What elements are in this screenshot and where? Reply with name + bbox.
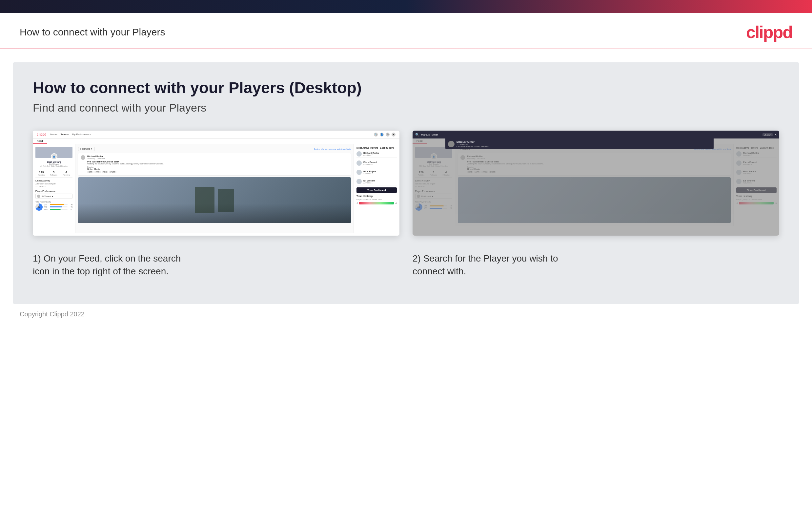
nav-my-performance: My Performance: [72, 133, 92, 136]
latest-activity-date: 27 Jul 2022: [36, 185, 73, 187]
player-avatar-hiral: [356, 170, 362, 175]
feed-tab-label: Feed: [33, 138, 47, 144]
stat-activities-label: Activities: [38, 174, 45, 176]
search-close-btn[interactable]: ×: [775, 133, 776, 136]
avatar-icon[interactable]: ●: [392, 133, 395, 136]
search-result-item[interactable]: Marcus Turner 1-5 Handicap Cypress Point…: [448, 140, 711, 147]
player-acts-richard: Activities: 7: [363, 154, 379, 156]
q-bar-app: APP 70: [44, 206, 73, 208]
quality-score-row: 84 OTT 79: [36, 204, 73, 211]
stat-following: 4 Following: [63, 171, 69, 176]
player-row-eli: Eli Vincent Activities: 1: [356, 178, 397, 185]
player-avatar-piers: [356, 161, 362, 166]
activity-detail-row: Duration 02 hr : 00 min: [87, 166, 348, 170]
player-avatar-richard: [356, 151, 362, 157]
right-panel: Most Active Players - Last 30 days Richa…: [353, 144, 399, 233]
tag-ott: OTT: [87, 171, 93, 173]
caption-2: 2) Search for the Player you wish toconn…: [413, 252, 779, 278]
player-performance-label: Player Performance: [36, 190, 73, 192]
player-avatar-eli: [356, 179, 362, 184]
q-bar-arg-num: 61: [68, 208, 73, 210]
player-name-piers: Piers Parnell: [363, 161, 377, 163]
settings-icon[interactable]: ⚙: [386, 133, 390, 136]
stat-activities: 129 Activities: [38, 171, 45, 176]
following-row: Following ▾ Control who can see your act…: [78, 147, 351, 151]
tag-putt: PUTT: [109, 171, 116, 173]
quality-label: Total Player Quality: [36, 201, 73, 203]
caption-row: 1) On your Feed, click on the searchicon…: [33, 252, 779, 278]
q-bar-ott: OTT 79: [44, 204, 73, 206]
active-players-title: Most Active Players - Last 30 days: [356, 147, 397, 149]
logo: clippd: [746, 22, 792, 42]
screenshot-2: clippd Home Teams My Performance 🔍 👤 ⚙ ●: [413, 131, 779, 236]
main-content: How to connect with your Players (Deskto…: [13, 62, 799, 304]
activity-content: Richard Butler Yesterday · The Grove Pre…: [87, 155, 348, 173]
heatmap-title: Team Heatmap: [356, 195, 397, 197]
stat-followers-label: Followers: [50, 174, 57, 176]
duration-section: Duration 02 hr : 00 min: [87, 166, 100, 170]
player-select-name: Eli Vincent: [42, 195, 51, 197]
copyright-text: Copyright Clippd 2022: [20, 310, 85, 318]
q-bar-arg-track: [50, 209, 67, 210]
team-dashboard-btn[interactable]: Team Dashboard: [356, 187, 397, 193]
caption-text-2: 2) Search for the Player you wish toconn…: [413, 252, 779, 278]
stat-followers-num: 3: [50, 171, 57, 174]
search-bar: 🔍 Marcus Turner CLEAR ×: [413, 131, 779, 138]
search-result-info: Marcus Turner 1-5 Handicap Cypress Point…: [457, 140, 488, 147]
player-row-piers: Piers Parnell Activities: 4: [356, 160, 397, 167]
footer: Copyright Clippd 2022: [0, 304, 812, 325]
player-row-hiral: Hiral Pujara Activities: 3: [356, 169, 397, 176]
control-link[interactable]: Control who can see your activity and da…: [314, 148, 351, 150]
duration-value: 02 hr : 00 min: [87, 168, 100, 170]
profile-club: Mill Ride Golf Club, United Kingdom: [36, 165, 73, 167]
search-input-display[interactable]: Marcus Turner: [421, 133, 761, 136]
search-clear-btn[interactable]: CLEAR: [762, 133, 773, 136]
player-name-eli: Eli Vincent: [363, 179, 375, 182]
tag-row: OTT APP ARG PUTT: [87, 171, 348, 173]
nav-teams: Teams: [61, 133, 69, 136]
app-nav-1: clippd Home Teams My Performance 🔍 👤 ⚙ ●: [33, 131, 399, 138]
q-bar-app-label: APP: [44, 206, 49, 208]
activity-meta: Yesterday · The Grove: [87, 158, 348, 160]
latest-activity-value: Afternoon round of golf: [36, 183, 73, 185]
search-icon[interactable]: 🔍: [374, 133, 378, 136]
app-nav-icons: 🔍 👤 ⚙ ●: [374, 133, 395, 136]
q-bar-arg-label: ARG: [44, 208, 49, 210]
activity-card: Richard Butler Yesterday · The Grove Pre…: [78, 153, 351, 175]
search-dropdown: Marcus Turner 1-5 Handicap Cypress Point…: [445, 138, 714, 149]
player-acts-piers: Activities: 4: [363, 163, 377, 165]
heatmap-bar-row: -5 +5: [356, 202, 397, 205]
caption-1: 1) On your Feed, click on the searchicon…: [33, 252, 399, 278]
left-panel: 👤 Blair McHarg Golf Coach Mill Ride Golf…: [33, 144, 76, 233]
stat-following-label: Following: [63, 174, 69, 176]
profile-info: Blair McHarg Golf Coach Mill Ride Golf C…: [36, 161, 73, 167]
app-nav-links: Home Teams My Performance: [50, 133, 91, 136]
player-row-richard: Richard Butler Activities: 7: [356, 150, 397, 158]
player-info-piers: Piers Parnell Activities: 4: [363, 161, 377, 165]
following-btn[interactable]: Following ▾: [78, 147, 94, 151]
feed-tab[interactable]: Feed: [33, 138, 399, 144]
heatmap-neg: -5: [356, 202, 358, 204]
header-divider: [0, 49, 812, 49]
q-bar-ott-fill: [50, 204, 64, 205]
player-name-hiral: Hiral Pujara: [363, 170, 376, 173]
latest-activity-label: Latest Activity: [36, 179, 73, 182]
nav-home: Home: [50, 133, 57, 136]
activity-avatar: [81, 155, 85, 160]
q-bar-app-track: [50, 206, 67, 207]
quality-bars: OTT 79 APP: [44, 204, 73, 211]
course-image: [78, 177, 351, 223]
screenshot-1: clippd Home Teams My Performance 🔍 👤 ⚙ ●: [33, 131, 399, 236]
header: How to connect with your Players clippd: [0, 13, 812, 49]
app-nav-logo: clippd: [37, 133, 46, 136]
player-acts-eli: Activities: 1: [363, 182, 375, 184]
user-icon[interactable]: 👤: [380, 133, 384, 136]
player-name-richard: Richard Butler: [363, 152, 379, 154]
player-select[interactable]: Eli Vincent ▾: [36, 194, 73, 199]
player-info-eli: Eli Vincent Activities: 1: [363, 179, 375, 184]
profile-banner: 👤: [36, 147, 73, 158]
app-body-1: 👤 Blair McHarg Golf Coach Mill Ride Golf…: [33, 144, 399, 233]
search-result-club: Cypress Point Club, United Kingdom: [457, 145, 488, 147]
app-ui-2: clippd Home Teams My Performance 🔍 👤 ⚙ ●: [413, 131, 779, 236]
search-result-avatar: [448, 141, 455, 147]
